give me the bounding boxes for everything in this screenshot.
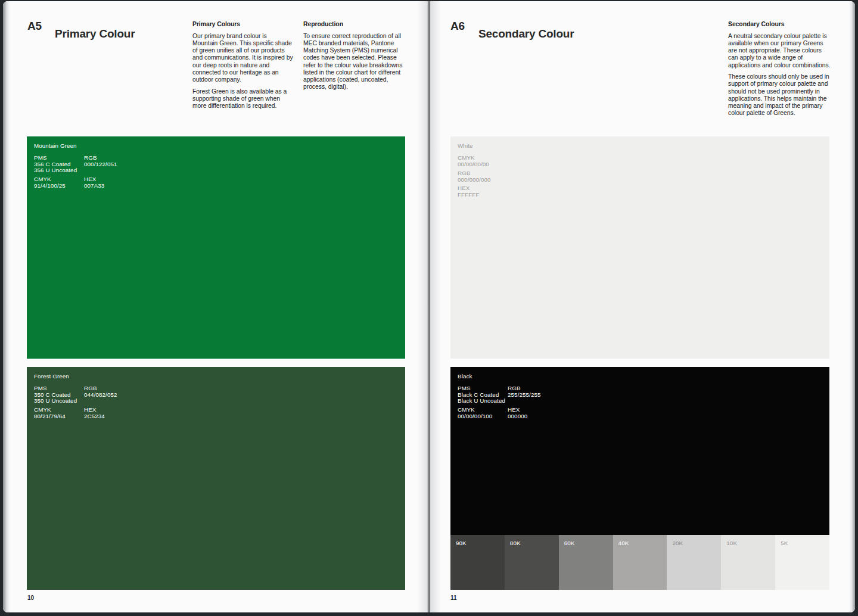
spec-cmyk: CMYK 91/4/100/25 (34, 176, 66, 189)
swatch-name: Forest Green (34, 373, 69, 379)
spec-value: 80/21/79/64 (34, 413, 66, 420)
page-number: 10 (27, 595, 34, 601)
page-title: Primary Colour (55, 27, 135, 41)
page-right: A6 Secondary Colour Secondary Colours A … (429, 1, 855, 612)
column-paragraph: A neutral secondary colour palette is av… (728, 33, 832, 69)
section-code: A5 (27, 20, 42, 33)
spec-value: 00/00/00/100 (458, 413, 492, 420)
column-heading: Reproduction (303, 21, 406, 28)
ramp-cell-90k: 90K (450, 535, 505, 590)
ramp-cell-80k: 80K (505, 535, 559, 590)
spec-value: 356 U Uncoated (34, 167, 77, 174)
swatch-forest-green: Forest Green PMS 350 C Coated 350 U Unco… (27, 367, 405, 590)
spec-rgb: RGB 255/255/255 (508, 385, 541, 398)
spec-value: 044/082/052 (84, 392, 117, 399)
page-number: 11 (450, 595, 457, 601)
spec-pms: PMS 356 C Coated 356 U Uncoated (34, 155, 77, 174)
spec-value: FFFFFF (458, 192, 480, 198)
swatch-white: White CMYK 00/00/00/00 RGB 000/000/000 H… (450, 136, 829, 359)
swatch-mountain-green: Mountain Green PMS 356 C Coated 356 U Un… (27, 136, 405, 359)
ramp-cell-20k: 20K (667, 535, 721, 590)
spec-value: 00/00/00/00 (458, 161, 489, 168)
spec-value: 91/4/100/25 (34, 183, 66, 189)
column-paragraph: Our primary brand colour is Mountain Gre… (192, 33, 293, 83)
page-title: Secondary Colour (478, 27, 574, 41)
book-spread: A5 Primary Colour Primary Colours Our pr… (3, 1, 855, 612)
spec-value: 000000 (508, 413, 527, 420)
spec-value: 000/122/051 (84, 161, 117, 168)
ramp-cell-60k: 60K (559, 535, 613, 590)
spec-hex: HEX 2C5234 (84, 407, 105, 419)
intro-column-primary-colours: Primary Colours Our primary brand colour… (192, 21, 293, 114)
swatch-name: Black (458, 373, 472, 379)
column-heading: Secondary Colours (728, 21, 832, 28)
spec-cmyk: CMYK 00/00/00/00 (458, 155, 489, 167)
page-left: A5 Primary Colour Primary Colours Our pr… (3, 1, 429, 612)
spec-rgb: RGB 044/082/052 (84, 385, 117, 398)
spec-pms: PMS 350 C Coated 350 U Uncoated (34, 385, 77, 405)
spec-hex: HEX 007A33 (84, 176, 104, 189)
spec-hex: HEX FFFFFF (458, 185, 480, 198)
swatch-name: White (458, 142, 473, 149)
spec-cmyk: CMYK 00/00/00/100 (458, 407, 492, 419)
spec-cmyk: CMYK 80/21/79/64 (34, 407, 66, 419)
ramp-cell-10k: 10K (721, 535, 775, 590)
spec-value: 350 U Uncoated (34, 398, 77, 405)
section-code: A6 (450, 20, 465, 33)
grayscale-ramp: 90K 80K 60K 40K 20K 10K 5K (450, 535, 829, 590)
column-paragraph: Forest Green is also available as a supp… (192, 88, 293, 110)
spec-hex: HEX 000000 (508, 407, 527, 419)
spec-value: Black U Uncoated (458, 398, 505, 405)
column-heading: Primary Colours (192, 21, 293, 28)
spec-rgb: RGB 000/122/051 (84, 155, 117, 167)
swatch-name: Mountain Green (34, 142, 77, 149)
spec-rgb: RGB 000/000/000 (458, 170, 491, 183)
spec-pms: PMS Black C Coated Black U Uncoated (458, 385, 505, 405)
spec-value: 255/255/255 (508, 392, 541, 399)
intro-column-secondary-colours: Secondary Colours A neutral secondary co… (728, 21, 832, 122)
swatch-black: Black PMS Black C Coated Black U Uncoate… (450, 367, 829, 590)
intro-column-reproduction: Reproduction To ensure correct reproduct… (303, 21, 406, 95)
column-paragraph: These colours should only be used in sup… (728, 73, 832, 117)
ramp-cell-40k: 40K (613, 535, 667, 590)
column-paragraph: To ensure correct reproduction of all ME… (303, 33, 406, 91)
spec-value: 2C5234 (84, 413, 105, 420)
spec-value: 000/000/000 (458, 177, 491, 183)
spec-value: 007A33 (84, 183, 104, 189)
ramp-cell-5k: 5K (775, 535, 829, 590)
